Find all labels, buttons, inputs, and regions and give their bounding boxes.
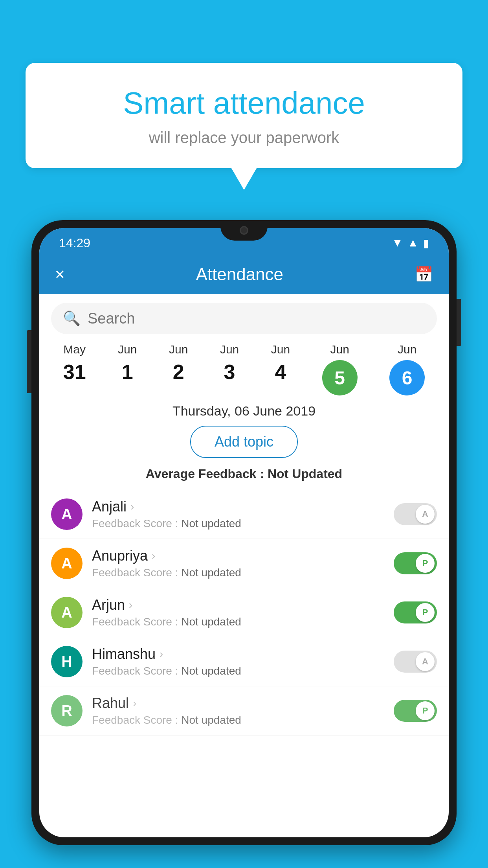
avatar: H bbox=[51, 646, 83, 677]
speech-bubble-subtitle: will replace your paperwork bbox=[41, 129, 447, 147]
toggle-thumb: P bbox=[416, 603, 435, 622]
avatar: A bbox=[51, 548, 83, 579]
calendar-icon[interactable]: 📅 bbox=[415, 266, 433, 283]
wifi-icon: ▼ bbox=[392, 237, 403, 249]
close-button[interactable]: × bbox=[55, 265, 65, 284]
notch-camera bbox=[240, 226, 248, 235]
chevron-right-icon: › bbox=[160, 648, 163, 660]
toggle-track-on: P bbox=[394, 700, 437, 722]
notch bbox=[220, 220, 268, 241]
attendance-toggle[interactable]: P bbox=[394, 700, 437, 722]
phone-mockup: 14:29 ▼ ▲ ▮ × Attendance 📅 🔍 bbox=[31, 220, 457, 868]
list-item[interactable]: A Anupriya › Feedback Score : Not update… bbox=[39, 539, 449, 588]
student-info: Anupriya › Feedback Score : Not updated bbox=[92, 548, 384, 579]
phone-outer: 14:29 ▼ ▲ ▮ × Attendance 📅 🔍 bbox=[31, 220, 457, 845]
phone-screen: 14:29 ▼ ▲ ▮ × Attendance 📅 🔍 bbox=[39, 228, 449, 837]
attendance-toggle[interactable]: P bbox=[394, 601, 437, 623]
attendance-toggle[interactable]: P bbox=[394, 552, 437, 574]
student-list: A Anjali › Feedback Score : Not updated bbox=[39, 490, 449, 736]
student-name: Rahul › bbox=[92, 695, 384, 712]
student-name: Anupriya › bbox=[92, 548, 384, 564]
speech-bubble: Smart attendance will replace your paper… bbox=[26, 63, 462, 168]
list-item[interactable]: H Himanshu › Feedback Score : Not update… bbox=[39, 637, 449, 686]
date-circle-green: 5 bbox=[322, 360, 358, 395]
avatar: A bbox=[51, 597, 83, 628]
list-item[interactable]: R Rahul › Feedback Score : Not updated bbox=[39, 686, 449, 736]
date-col-jun5[interactable]: Jun 5 bbox=[322, 343, 358, 395]
list-item[interactable]: A Anjali › Feedback Score : Not updated bbox=[39, 490, 449, 539]
student-info: Arjun › Feedback Score : Not updated bbox=[92, 597, 384, 628]
status-time: 14:29 bbox=[59, 236, 90, 250]
selected-date-label: Thursday, 06 June 2019 bbox=[39, 403, 449, 419]
chevron-right-icon: › bbox=[130, 500, 134, 513]
date-col-may31[interactable]: May 31 bbox=[63, 343, 86, 384]
student-info: Anjali › Feedback Score : Not updated bbox=[92, 498, 384, 530]
speech-bubble-title: Smart attendance bbox=[41, 86, 447, 120]
toggle-track-off: A bbox=[394, 651, 437, 673]
student-feedback: Feedback Score : Not updated bbox=[92, 616, 384, 628]
date-col-jun1[interactable]: Jun 1 bbox=[118, 343, 137, 384]
student-info: Himanshu › Feedback Score : Not updated bbox=[92, 646, 384, 677]
search-icon: 🔍 bbox=[63, 310, 81, 327]
search-bar[interactable]: 🔍 bbox=[51, 303, 437, 334]
signal-icon: ▲ bbox=[407, 237, 418, 249]
student-feedback: Feedback Score : Not updated bbox=[92, 517, 384, 530]
search-input[interactable] bbox=[88, 310, 425, 327]
student-feedback: Feedback Score : Not updated bbox=[92, 714, 384, 726]
toggle-thumb: P bbox=[416, 554, 435, 573]
date-col-jun4[interactable]: Jun 4 bbox=[271, 343, 290, 384]
app-title: Attendance bbox=[196, 265, 283, 284]
app-header: × Attendance 📅 bbox=[39, 255, 449, 294]
list-item[interactable]: A Arjun › Feedback Score : Not updated bbox=[39, 588, 449, 637]
toggle-track-on: P bbox=[394, 552, 437, 574]
date-strip: May 31 Jun 1 Jun 2 Jun 3 bbox=[39, 343, 449, 395]
avatar: A bbox=[51, 498, 83, 530]
attendance-toggle[interactable]: A bbox=[394, 651, 437, 673]
status-icons: ▼ ▲ ▮ bbox=[392, 237, 429, 250]
chevron-right-icon: › bbox=[152, 550, 155, 562]
toggle-thumb: A bbox=[416, 652, 435, 671]
student-name: Anjali › bbox=[92, 498, 384, 515]
toggle-thumb: P bbox=[416, 701, 435, 720]
average-feedback: Average Feedback : Not Updated bbox=[39, 467, 449, 481]
toggle-track-on: P bbox=[394, 601, 437, 623]
screen-content: 🔍 May 31 Jun 1 Jun 2 bbox=[39, 294, 449, 837]
toggle-thumb: A bbox=[416, 505, 435, 524]
date-col-jun3[interactable]: Jun 3 bbox=[220, 343, 239, 384]
student-info: Rahul › Feedback Score : Not updated bbox=[92, 695, 384, 726]
toggle-track-off: A bbox=[394, 503, 437, 525]
chevron-right-icon: › bbox=[133, 697, 136, 710]
speech-bubble-container: Smart attendance will replace your paper… bbox=[26, 63, 462, 168]
date-circle-blue: 6 bbox=[389, 360, 425, 395]
attendance-toggle[interactable]: A bbox=[394, 503, 437, 525]
avg-feedback-value: Not Updated bbox=[268, 467, 342, 481]
student-feedback: Feedback Score : Not updated bbox=[92, 566, 384, 579]
battery-icon: ▮ bbox=[423, 237, 429, 250]
add-topic-button[interactable]: Add topic bbox=[190, 426, 298, 458]
avatar: R bbox=[51, 695, 83, 726]
chevron-right-icon: › bbox=[129, 599, 132, 611]
date-col-jun2[interactable]: Jun 2 bbox=[169, 343, 188, 384]
date-col-jun6[interactable]: Jun 6 bbox=[389, 343, 425, 395]
student-feedback: Feedback Score : Not updated bbox=[92, 665, 384, 677]
student-name: Arjun › bbox=[92, 597, 384, 613]
student-name: Himanshu › bbox=[92, 646, 384, 662]
